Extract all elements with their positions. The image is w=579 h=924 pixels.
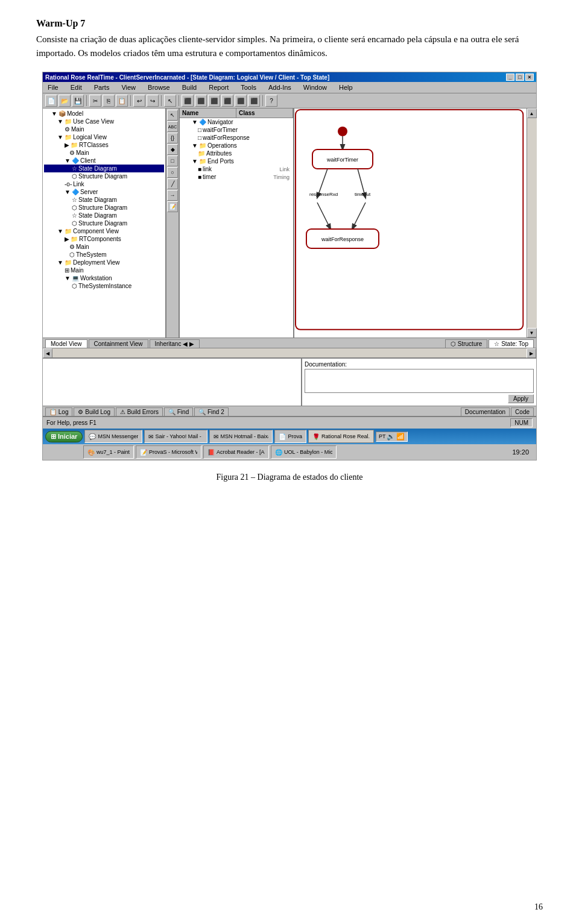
mp-waitforresponse[interactable]: □waitForResponse	[180, 134, 293, 142]
tree-item-model[interactable]: ▼📦Model	[44, 110, 164, 118]
mp-endports[interactable]: ▼📁End Ports	[180, 157, 293, 165]
tab-inheritanc[interactable]: Inheritanc ◀ ▶	[150, 339, 200, 348]
scroll-right[interactable]: ▶	[527, 348, 536, 358]
tree-item-structure1[interactable]: ⬡Structure Diagram	[44, 172, 164, 180]
tb-redo[interactable]: ↪	[147, 95, 159, 107]
tb-open[interactable]: 📂	[59, 95, 71, 107]
tree-item-component[interactable]: ▼📁Component View	[44, 227, 164, 235]
tool-circle[interactable]: ○	[167, 167, 178, 178]
close-btn[interactable]: ×	[525, 74, 534, 81]
tree-item-rtcomponents[interactable]: ▶📁RTComponents	[44, 235, 164, 243]
tree-item-server[interactable]: ▼🔷Server	[44, 188, 164, 196]
tab-build-errors[interactable]: ⚠ Build Errors	[116, 407, 163, 416]
mp-navigator[interactable]: ▼🔷Navigator	[180, 118, 293, 126]
mp-attributes[interactable]: 📁Attributes	[180, 149, 293, 157]
tb-msn-messenger[interactable]: 💬MSN Messenger	[84, 430, 142, 443]
start-button[interactable]: ⊞Iniciar	[45, 431, 83, 442]
apply-button[interactable]: Apply	[508, 394, 534, 403]
tb-b3[interactable]: ⬛	[208, 95, 220, 107]
tool-note[interactable]: 📝	[167, 201, 178, 212]
maximize-btn[interactable]: □	[516, 74, 524, 81]
menu-edit[interactable]: Edit	[68, 83, 84, 92]
tb-b6[interactable]: ⬛	[248, 95, 260, 107]
tb-acrobat[interactable]: 📕Acrobat Reader - [Au...	[203, 445, 269, 459]
tb-copy[interactable]: ⎘	[103, 95, 115, 107]
tree-item-state-diagram2[interactable]: ☆State Diagram	[44, 196, 164, 204]
scroll-down[interactable]: ▼	[527, 328, 537, 338]
tree-item-main4[interactable]: ⊞Main	[44, 266, 164, 274]
tree-item-deployment[interactable]: ▼📁Deployment View	[44, 259, 164, 266]
tree-item-state-diagram1[interactable]: ☆State Diagram	[44, 165, 164, 172]
tb-uol[interactable]: 🌐UOL - Babylon - Micro...	[271, 445, 337, 459]
tb-b4[interactable]: ⬛	[221, 95, 233, 107]
tb-prova[interactable]: 📄Prova	[274, 430, 306, 443]
tree-item-structure2[interactable]: ⬡Structure Diagram	[44, 204, 164, 212]
tool-line[interactable]: ╱	[167, 178, 178, 189]
tab-structure[interactable]: ⬡ Structure	[445, 339, 487, 348]
tab-log[interactable]: 📋 Log	[45, 407, 72, 416]
tab-model-view[interactable]: Model View	[45, 339, 87, 348]
tb-b5[interactable]: ⬛	[235, 95, 247, 107]
tab-build-log[interactable]: ⚙ Build Log	[74, 407, 114, 416]
tb-yahoo-mail[interactable]: ✉Sair - Yahoo! Mail - M...	[144, 430, 207, 443]
tab-find2[interactable]: 🔍 Find 2	[194, 407, 229, 416]
documentation-input[interactable]	[305, 369, 534, 393]
tb-paste[interactable]: 📋	[116, 95, 128, 107]
mp-operations[interactable]: ▼📁Operations	[180, 142, 293, 149]
tab-containment[interactable]: Containment View	[89, 339, 148, 348]
tb-b1[interactable]: ⬛	[182, 95, 194, 107]
tree-item-workstation[interactable]: ▼💻Workstation	[44, 274, 164, 282]
tool-abc[interactable]: ABC	[167, 121, 178, 132]
tree-item-link[interactable]: -o-Link	[44, 180, 164, 188]
menu-tools[interactable]: Tools	[238, 83, 259, 92]
tool-diamond[interactable]: ◆	[167, 144, 178, 155]
tool-arrow[interactable]: →	[167, 190, 178, 201]
tb-rational-rose[interactable]: 🌹Rational Rose Real...	[308, 430, 374, 443]
tree-item-rtclasses[interactable]: ▶📁RTClasses	[44, 141, 164, 149]
tree-item-main2[interactable]: ⚙Main	[44, 149, 164, 157]
scroll-left[interactable]: ◀	[43, 348, 52, 358]
menu-addins[interactable]: Add-Ins	[266, 83, 294, 92]
tree-item-state-diagram3[interactable]: ☆State Diagram	[44, 212, 164, 219]
tb-paint[interactable]: 🎨wu7_1 - Paint	[83, 445, 134, 459]
minimize-btn[interactable]: _	[506, 74, 514, 81]
tree-item-usecase[interactable]: ▼📁Use Case View	[44, 118, 164, 125]
menu-report[interactable]: Report	[206, 83, 231, 92]
menu-build[interactable]: Build	[180, 83, 199, 92]
tree-item-systeminstance[interactable]: ⬡TheSystemInstance	[44, 282, 164, 290]
tool-brace[interactable]: {}	[167, 133, 178, 143]
tree-item-main1[interactable]: ⚙Main	[44, 125, 164, 133]
tb-hotmail[interactable]: ✉MSN Hotmail - Baixar ...	[209, 430, 273, 443]
mp-timer[interactable]: ■timer Timing	[180, 173, 293, 181]
menu-view[interactable]: View	[119, 83, 138, 92]
tab-code[interactable]: Code	[511, 407, 534, 416]
tree-item-client[interactable]: ▼🔷Client	[44, 157, 164, 165]
tree-item-logical[interactable]: ▼📁Logical View	[44, 133, 164, 141]
tree-item-main3[interactable]: ⚙Main	[44, 243, 164, 251]
menu-file[interactable]: File	[45, 83, 61, 92]
mp-waitfortimer[interactable]: □waitForTimer	[180, 126, 293, 134]
tb-cut[interactable]: ✂	[89, 95, 101, 107]
tool-rect[interactable]: □	[167, 156, 178, 166]
menu-help[interactable]: Help	[337, 83, 355, 92]
tb-undo[interactable]: ↩	[133, 95, 145, 107]
tb-save[interactable]: 💾	[72, 95, 84, 107]
tab-find[interactable]: 🔍 Find	[164, 407, 193, 416]
tb-b7[interactable]: ?	[265, 95, 277, 107]
tool-select[interactable]: ↖	[167, 110, 178, 121]
menu-parts[interactable]: Parts	[92, 83, 112, 92]
tb-word[interactable]: 📝ProvaS - Microsoft W...	[136, 445, 201, 459]
h-scroll-track[interactable]	[52, 348, 527, 357]
tab-state-top[interactable]: ☆ State: Top	[489, 339, 534, 348]
tab-documentation[interactable]: Documentation	[461, 407, 510, 416]
tree-item-thesystem[interactable]: ⬡TheSystem	[44, 251, 164, 259]
tb-b2[interactable]: ⬛	[195, 95, 207, 107]
scroll-track[interactable]	[527, 118, 537, 328]
mp-link[interactable]: ■link Link	[180, 165, 293, 173]
menu-browse[interactable]: Browse	[145, 83, 172, 92]
tb-arrow[interactable]: ↖	[164, 95, 176, 107]
scroll-up[interactable]: ▲	[527, 108, 537, 118]
menu-window[interactable]: Window	[301, 83, 329, 92]
tree-item-structure3[interactable]: ⬡Structure Diagram	[44, 219, 164, 227]
tb-new[interactable]: 📄	[45, 95, 57, 107]
